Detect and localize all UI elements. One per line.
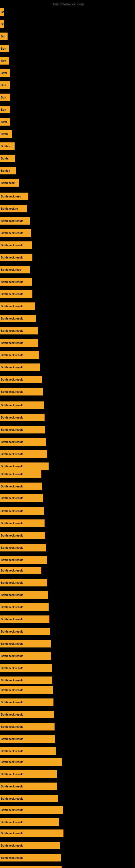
bar-item: Bottleneck result (0, 603, 49, 611)
bar-item: Bott (0, 45, 9, 52)
bar-label: Bo (1, 10, 4, 13)
bar-label: Bottleneck result (1, 832, 23, 835)
bar-label: Bottl (1, 120, 7, 123)
bar-label: Bot (1, 35, 5, 38)
bar-item: Bottleneck result (0, 735, 55, 743)
bar-item: Bottleneck result (0, 494, 43, 502)
bar-item: Bott (0, 106, 10, 113)
bar-label: Bottleneck result (1, 701, 23, 704)
bar-label: Bottleneck result (1, 473, 23, 476)
bar-label: Bottl (1, 72, 7, 74)
bar-label: Bottleneck result (1, 256, 23, 259)
bar-label: Bottleneck result (1, 390, 23, 393)
bar-label: Bottleneck result (1, 581, 23, 584)
bar-label: Bott (1, 47, 6, 50)
bar-label: Bottlen (1, 145, 10, 148)
bar-label: Bottleneck result (1, 354, 23, 357)
bar-label: Bott (1, 108, 6, 111)
bar-item: Bottleneck result (0, 782, 57, 790)
bar-item: Bottleneck result (0, 229, 31, 237)
bar-item: Bottleneck resu (0, 193, 28, 200)
bar-label: Bottleneck (1, 182, 14, 184)
bar-item: Bottleneck result (0, 544, 46, 552)
bar-item: Bottleneck result (0, 364, 40, 371)
bar-item: Bottleneck result (0, 723, 54, 731)
bar-label: Bottleneck result (1, 440, 23, 443)
bar-item: Bottleneck result (0, 842, 60, 849)
bar-item: Bottleneck result (0, 652, 51, 660)
bar-label: Bottleneck result (1, 797, 23, 800)
bar-label: Bottleneck result (1, 750, 23, 753)
bar-label: Bottleneck result (1, 785, 23, 788)
bar-item: Bottleneck result (0, 327, 38, 335)
bar-label: Bottleneck result (1, 761, 23, 764)
bar-label: Bottleneck result (1, 219, 23, 222)
bar-item: Bottleneck result (0, 351, 39, 359)
bar-item: Bottleneck result (0, 854, 61, 862)
bar-item: Bottleneck resu (0, 266, 30, 273)
bar-item: Bottleneck result (0, 747, 56, 755)
bar-label: Bottleneck result (1, 366, 23, 369)
bar-label: Bottleneck result (1, 522, 23, 525)
bar-label: Bott (1, 84, 6, 87)
bar-label: Bottleneck result (1, 642, 23, 645)
bar-label: Bottleneck result (1, 485, 23, 488)
bar-label: Bottleneck result (1, 329, 23, 332)
bar-label: Bottleneck result (1, 510, 23, 513)
bar-label: Bottleneck result (1, 689, 23, 692)
bar-item: Bottleneck result (0, 567, 41, 574)
bar-label: Bottleneck result (1, 725, 23, 728)
bar-item: Bottleneck result (0, 556, 47, 564)
bar-label: Bottleneck result (1, 654, 23, 657)
bar-item: Bottlen (0, 167, 16, 175)
bar-item: Bottleneck result (0, 470, 41, 478)
bar-item: Bottleneck result (0, 254, 32, 261)
bar-label: Bo (1, 23, 4, 26)
bar-label: Bottlen (1, 169, 10, 172)
bar-item: Bottle (0, 130, 12, 138)
bar-label: Bottleneck result (1, 416, 23, 419)
bar-item: Bottleneck result (0, 438, 46, 446)
bar-item: Bottleneck result (0, 388, 43, 396)
bar-item: Bottleneck result (0, 339, 38, 347)
bar-label: Bottleneck result (1, 341, 23, 344)
bar-label: Bottleneck resu (1, 268, 21, 271)
bar-label: Bottleneck result (1, 453, 23, 456)
bar-item: Bottleneck result (0, 376, 42, 383)
bar-item: Bottleneck result (0, 628, 50, 635)
bar-label: Bottleneck re (1, 207, 18, 210)
bar-label: Bottleneck result (1, 606, 23, 609)
bar-item: Bottleneck result (0, 278, 32, 286)
bar-label: Bott (1, 59, 6, 62)
bar-label: Bottleneck resu (1, 195, 21, 198)
bar-label: Bottleneck result (1, 844, 23, 847)
bar-item: Bottleneck result (0, 303, 35, 310)
bar-item: Bottleneck result (0, 426, 45, 433)
site-title: TheBottlenecker.com (51, 2, 84, 6)
bar-label: Bottleneck result (1, 465, 23, 468)
bar-item: Bottler (0, 155, 15, 162)
bar-item: Bot (0, 33, 8, 40)
bar-item: Bottl (0, 69, 10, 77)
bar-item: Bottleneck result (0, 290, 32, 298)
bar-item: Bottleneck (0, 179, 19, 187)
bar-item: Bottleneck result (0, 640, 51, 648)
bar-item: Bottleneck result (0, 686, 53, 694)
bar-label: Bottleneck result (1, 317, 23, 320)
bar-item: Bottleneck result (0, 579, 47, 586)
bar-label: Bottleneck result (1, 821, 23, 824)
bar-item: Bott (0, 94, 10, 101)
bar-label: Bottleneck result (1, 618, 23, 621)
bar-label: Bottleneck result (1, 569, 23, 572)
bar-label: Bottleneck result (1, 593, 23, 596)
bar-item: Bottleneck result (0, 463, 49, 470)
bar-item: Bottleneck result (0, 770, 57, 778)
bar-label: Bottleneck result (1, 667, 23, 670)
bar-item: Bottleneck result (0, 866, 61, 868)
bar-label: Bott (1, 96, 6, 99)
bar-item: Bottleneck result (0, 616, 49, 623)
bar-label: Bottleneck result (1, 293, 23, 296)
bar-item: Bottl (0, 118, 10, 126)
bar-item: Bottleneck result (0, 450, 47, 458)
bar-item: Bottleneck result (0, 520, 45, 527)
